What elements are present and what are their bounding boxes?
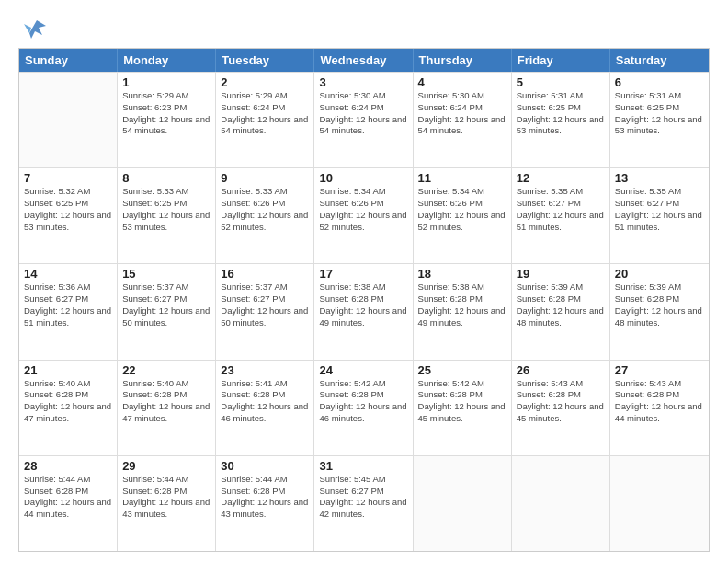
calendar-cell: 25Sunrise: 5:42 AMSunset: 6:28 PMDayligh… — [414, 361, 512, 455]
calendar-week-5: 28Sunrise: 5:44 AMSunset: 6:28 PMDayligh… — [19, 455, 709, 551]
day-info: Sunrise: 5:41 AMSunset: 6:28 PMDaylight:… — [221, 378, 309, 425]
day-number: 3 — [319, 75, 407, 89]
day-number: 5 — [517, 75, 605, 89]
day-info: Sunrise: 5:30 AMSunset: 6:24 PMDaylight:… — [418, 90, 506, 137]
header-day-thursday: Thursday — [414, 49, 512, 72]
day-info: Sunrise: 5:31 AMSunset: 6:25 PMDaylight:… — [517, 90, 605, 137]
header-day-friday: Friday — [512, 49, 610, 72]
day-number: 31 — [319, 459, 407, 473]
calendar-cell: 29Sunrise: 5:44 AMSunset: 6:28 PMDayligh… — [118, 456, 216, 551]
calendar-cell: 5Sunrise: 5:31 AMSunset: 6:25 PMDaylight… — [512, 73, 610, 167]
day-number: 18 — [418, 267, 506, 281]
calendar-cell: 15Sunrise: 5:37 AMSunset: 6:27 PMDayligh… — [118, 264, 216, 359]
calendar-cell: 18Sunrise: 5:38 AMSunset: 6:28 PMDayligh… — [414, 264, 512, 359]
calendar-cell: 7Sunrise: 5:32 AMSunset: 6:25 PMDaylight… — [19, 168, 118, 263]
calendar-cell: 4Sunrise: 5:30 AMSunset: 6:24 PMDaylight… — [414, 73, 512, 167]
calendar-cell: 6Sunrise: 5:31 AMSunset: 6:25 PMDaylight… — [610, 73, 709, 167]
logo-bird-icon — [22, 15, 48, 40]
calendar-cell: 16Sunrise: 5:37 AMSunset: 6:27 PMDayligh… — [216, 264, 314, 359]
calendar-cell: 22Sunrise: 5:40 AMSunset: 6:28 PMDayligh… — [118, 361, 216, 455]
calendar-cell: 8Sunrise: 5:33 AMSunset: 6:25 PMDaylight… — [118, 168, 216, 263]
calendar-week-3: 14Sunrise: 5:36 AMSunset: 6:27 PMDayligh… — [19, 263, 709, 359]
day-number: 30 — [221, 459, 309, 473]
day-number: 24 — [319, 363, 407, 377]
day-info: Sunrise: 5:44 AMSunset: 6:28 PMDaylight:… — [122, 474, 210, 521]
day-info: Sunrise: 5:37 AMSunset: 6:27 PMDaylight:… — [122, 282, 210, 328]
day-number: 20 — [615, 267, 704, 281]
day-info: Sunrise: 5:29 AMSunset: 6:23 PMDaylight:… — [122, 90, 210, 137]
calendar-cell: 1Sunrise: 5:29 AMSunset: 6:23 PMDaylight… — [118, 73, 216, 167]
day-number: 23 — [221, 363, 309, 377]
day-info: Sunrise: 5:43 AMSunset: 6:28 PMDaylight:… — [615, 378, 704, 425]
calendar-cell: 2Sunrise: 5:29 AMSunset: 6:24 PMDaylight… — [216, 73, 314, 167]
calendar-cell: 13Sunrise: 5:35 AMSunset: 6:27 PMDayligh… — [610, 168, 709, 263]
calendar-week-2: 7Sunrise: 5:32 AMSunset: 6:25 PMDaylight… — [19, 167, 709, 263]
svg-marker-0 — [29, 20, 46, 39]
calendar-week-4: 21Sunrise: 5:40 AMSunset: 6:28 PMDayligh… — [19, 360, 709, 455]
day-number: 27 — [615, 363, 704, 377]
calendar-header-row: SundayMondayTuesdayWednesdayThursdayFrid… — [19, 49, 709, 72]
day-info: Sunrise: 5:38 AMSunset: 6:28 PMDaylight:… — [418, 282, 506, 328]
calendar-cell: 24Sunrise: 5:42 AMSunset: 6:28 PMDayligh… — [314, 361, 413, 455]
calendar-cell: 23Sunrise: 5:41 AMSunset: 6:28 PMDayligh… — [216, 361, 314, 455]
day-info: Sunrise: 5:34 AMSunset: 6:26 PMDaylight:… — [418, 186, 506, 233]
day-info: Sunrise: 5:44 AMSunset: 6:28 PMDaylight:… — [221, 474, 309, 521]
calendar-cell: 28Sunrise: 5:44 AMSunset: 6:28 PMDayligh… — [19, 456, 118, 551]
calendar-cell: 14Sunrise: 5:36 AMSunset: 6:27 PMDayligh… — [19, 264, 118, 359]
day-number: 9 — [221, 171, 309, 185]
logo — [18, 15, 48, 40]
calendar-cell: 21Sunrise: 5:40 AMSunset: 6:28 PMDayligh… — [19, 361, 118, 455]
day-info: Sunrise: 5:45 AMSunset: 6:27 PMDaylight:… — [319, 474, 407, 521]
day-info: Sunrise: 5:31 AMSunset: 6:25 PMDaylight:… — [615, 90, 704, 137]
day-number: 22 — [122, 363, 210, 377]
calendar: SundayMondayTuesdayWednesdayThursdayFrid… — [18, 48, 710, 552]
day-number: 16 — [221, 267, 309, 281]
day-number: 14 — [24, 267, 112, 281]
calendar-cell: 9Sunrise: 5:33 AMSunset: 6:26 PMDaylight… — [216, 168, 314, 263]
header-day-tuesday: Tuesday — [216, 49, 314, 72]
calendar-cell: 26Sunrise: 5:43 AMSunset: 6:28 PMDayligh… — [512, 361, 610, 455]
day-info: Sunrise: 5:42 AMSunset: 6:28 PMDaylight:… — [418, 378, 506, 425]
day-number: 21 — [24, 363, 112, 377]
header-day-monday: Monday — [118, 49, 216, 72]
day-number: 15 — [122, 267, 210, 281]
day-info: Sunrise: 5:33 AMSunset: 6:25 PMDaylight:… — [122, 186, 210, 233]
calendar-cell — [610, 456, 709, 551]
day-number: 26 — [517, 363, 605, 377]
calendar-cell: 30Sunrise: 5:44 AMSunset: 6:28 PMDayligh… — [216, 456, 314, 551]
day-number: 29 — [122, 459, 210, 473]
day-number: 10 — [319, 171, 407, 185]
calendar-cell: 17Sunrise: 5:38 AMSunset: 6:28 PMDayligh… — [314, 264, 413, 359]
calendar-cell — [512, 456, 610, 551]
calendar-week-1: 1Sunrise: 5:29 AMSunset: 6:23 PMDaylight… — [19, 72, 709, 167]
day-info: Sunrise: 5:38 AMSunset: 6:28 PMDaylight:… — [319, 282, 407, 328]
day-info: Sunrise: 5:40 AMSunset: 6:28 PMDaylight:… — [122, 378, 210, 425]
calendar-cell: 3Sunrise: 5:30 AMSunset: 6:24 PMDaylight… — [314, 73, 413, 167]
header-day-sunday: Sunday — [19, 49, 118, 72]
day-info: Sunrise: 5:44 AMSunset: 6:28 PMDaylight:… — [24, 474, 112, 521]
calendar-cell — [19, 73, 118, 167]
day-info: Sunrise: 5:39 AMSunset: 6:28 PMDaylight:… — [615, 282, 704, 328]
day-number: 12 — [517, 171, 605, 185]
day-info: Sunrise: 5:43 AMSunset: 6:28 PMDaylight:… — [517, 378, 605, 425]
header-day-saturday: Saturday — [610, 49, 709, 72]
day-number: 13 — [615, 171, 704, 185]
calendar-cell — [414, 456, 512, 551]
calendar-body: 1Sunrise: 5:29 AMSunset: 6:23 PMDaylight… — [19, 72, 709, 551]
day-info: Sunrise: 5:36 AMSunset: 6:27 PMDaylight:… — [24, 282, 112, 328]
day-number: 6 — [615, 75, 704, 89]
calendar-cell: 19Sunrise: 5:39 AMSunset: 6:28 PMDayligh… — [512, 264, 610, 359]
day-info: Sunrise: 5:29 AMSunset: 6:24 PMDaylight:… — [221, 90, 309, 137]
day-number: 4 — [418, 75, 506, 89]
calendar-cell: 31Sunrise: 5:45 AMSunset: 6:27 PMDayligh… — [314, 456, 413, 551]
day-info: Sunrise: 5:39 AMSunset: 6:28 PMDaylight:… — [517, 282, 605, 328]
day-info: Sunrise: 5:35 AMSunset: 6:27 PMDaylight:… — [615, 186, 704, 233]
calendar-cell: 20Sunrise: 5:39 AMSunset: 6:28 PMDayligh… — [610, 264, 709, 359]
day-info: Sunrise: 5:42 AMSunset: 6:28 PMDaylight:… — [319, 378, 407, 425]
day-number: 7 — [24, 171, 112, 185]
svg-marker-1 — [24, 24, 31, 33]
calendar-cell: 12Sunrise: 5:35 AMSunset: 6:27 PMDayligh… — [512, 168, 610, 263]
day-number: 19 — [517, 267, 605, 281]
day-number: 2 — [221, 75, 309, 89]
day-info: Sunrise: 5:33 AMSunset: 6:26 PMDaylight:… — [221, 186, 309, 233]
